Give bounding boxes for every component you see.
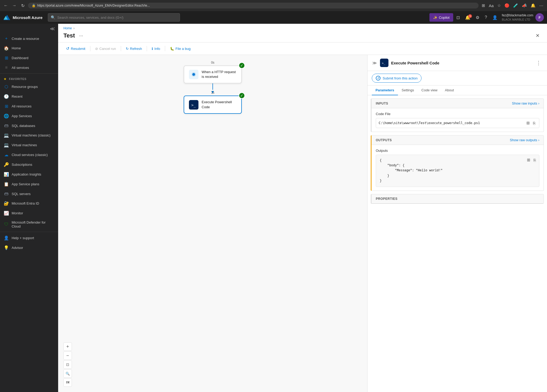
sidebar-item-help[interactable]: 👤 Help + support <box>0 233 58 243</box>
recent-label: Recent <box>12 95 22 98</box>
browser-icon-2[interactable]: Aa <box>488 3 495 8</box>
panel-more-button[interactable]: ⋮ <box>534 59 543 67</box>
browser-icon-4[interactable]: 🔴 <box>503 3 511 8</box>
code-line-2: "body": { <box>380 163 535 168</box>
copilot-button[interactable]: ✨ Copilot <box>429 13 453 22</box>
sidebar-item-cloud-services[interactable]: ☁ Cloud services (classic) <box>0 150 58 160</box>
sidebar-item-defender[interactable]: 🛡 Microsoft Defender for Cloud <box>0 218 58 231</box>
show-raw-outputs-button[interactable]: Show raw outputs › <box>510 138 539 142</box>
refresh-button[interactable]: ↻ <box>20 3 26 8</box>
page-menu-button[interactable]: ··· <box>78 32 85 39</box>
canvas-controls: + − ⊡ 🔍 🗺 <box>63 342 72 387</box>
settings-button[interactable]: ⚙ <box>474 14 481 21</box>
canvas-area[interactable]: 0s When a HTTP request is received <box>58 55 367 392</box>
outputs-code-block: ⊞ ⎘ { "body": { "Message": "Hello world!… <box>376 155 539 187</box>
copy-button-1[interactable]: ⎘ <box>532 120 536 126</box>
zoom-in-button[interactable]: + <box>63 342 72 351</box>
table-view-button[interactable]: ⊞ <box>525 120 531 126</box>
sidebar-item-advisor[interactable]: 💡 Advisor <box>0 243 58 253</box>
sidebar-item-vms-classic[interactable]: 💻 Virtual machines (classic) <box>0 130 58 140</box>
tab-parameters[interactable]: Parameters <box>372 86 398 95</box>
cancel-run-button[interactable]: ⊘ Cancel run <box>92 45 119 52</box>
sidebar-item-home[interactable]: 🏠 Home <box>0 43 58 53</box>
sidebar-item-dashboard[interactable]: ⊞ Dashboard <box>0 53 58 63</box>
forward-button[interactable]: → <box>11 3 17 8</box>
create-icon: + <box>4 36 9 41</box>
browser-icon-6[interactable]: 📣 <box>521 3 528 8</box>
code-line-3: "Message": "Hello world!" <box>380 168 535 173</box>
sidebar-item-recent[interactable]: 🕐 Recent <box>0 92 58 101</box>
sidebar-item-subscriptions[interactable]: 🔑 Subscriptions <box>0 160 58 169</box>
breadcrumb: Home › <box>63 26 542 30</box>
subscriptions-label: Subscriptions <box>12 163 32 167</box>
user-info[interactable]: fez@blackmarble.com BLACK MARBLE LTD F <box>502 13 544 22</box>
show-raw-inputs-button[interactable]: Show raw inputs › <box>512 101 539 105</box>
browser-icon-3[interactable]: ☆ <box>496 3 502 8</box>
help-button[interactable]: ? <box>483 14 489 21</box>
browser-icon-8[interactable]: ⋯ <box>538 3 544 8</box>
sidebar-item-sql-servers[interactable]: 🗃 SQL servers <box>0 189 58 199</box>
vms-classic-icon: 💻 <box>4 133 9 138</box>
info-label: Info <box>154 47 160 51</box>
sidebar-item-application-insights[interactable]: 📊 Application Insights <box>0 169 58 179</box>
address-bar[interactable]: 🔒 https://portal.azure.com/#view/Microso… <box>28 3 479 8</box>
browser-icon-5[interactable]: 🧪 <box>512 3 519 8</box>
sidebar-item-all-resources[interactable]: ⊞ All resources <box>0 101 58 111</box>
home-label: Home <box>12 46 21 50</box>
sidebar-item-vms[interactable]: 💻 Virtual machines <box>0 140 58 150</box>
sidebar-item-app-service-plans[interactable]: 📋 App Service plans <box>0 179 58 189</box>
panel-expand-button[interactable]: ≫ <box>372 60 377 66</box>
resubmit-button[interactable]: ↺ Resubmit <box>63 45 88 53</box>
resubmit-label: Resubmit <box>71 47 85 51</box>
browser-icon-1[interactable]: ⊞ <box>481 3 486 8</box>
tab-settings[interactable]: Settings <box>398 86 418 95</box>
search-input[interactable] <box>57 16 177 20</box>
file-bug-icon: 🐛 <box>170 47 174 51</box>
notification-button[interactable]: 🔔 5 <box>463 14 472 21</box>
user-text: fez@blackmarble.com BLACK MARBLE LTD <box>502 13 533 21</box>
map-button[interactable]: 🗺 <box>63 378 72 387</box>
connector-line-1 <box>212 83 213 90</box>
sidebar-item-entra[interactable]: 🔐 Microsoft Entra ID <box>0 199 58 208</box>
cloud-services-icon: ☁ <box>4 152 9 157</box>
inputs-body: Code File C:\home\site\wwwroot\Test\exec… <box>372 108 544 132</box>
info-button[interactable]: ℹ Info <box>149 45 163 52</box>
sidebar-item-sql-databases[interactable]: 🗃 SQL databases <box>0 121 58 130</box>
node-card-execute-ps[interactable]: >_ Execute Powershell Code <box>184 96 242 114</box>
sidebar-item-create[interactable]: + Create a resource <box>0 34 58 43</box>
subscriptions-icon: 🔑 <box>4 162 9 167</box>
browser-icon-7[interactable]: 🔔 <box>530 3 537 8</box>
file-bug-button[interactable]: 🐛 File a bug <box>167 45 193 52</box>
sidebar-toggle[interactable]: ≪ <box>0 24 58 34</box>
back-button[interactable]: ← <box>3 3 9 8</box>
copy-button-2[interactable]: ⎘ <box>532 157 537 163</box>
tab-code-view[interactable]: Code view <box>418 86 441 95</box>
sidebar-divider-2 <box>0 232 58 232</box>
panel-header: ≫ >_ Execute Powershell Code ⋮ <box>368 55 547 71</box>
breadcrumb-home[interactable]: Home <box>63 26 72 30</box>
close-button[interactable]: ✕ <box>534 32 542 40</box>
page-title-row: Test ··· ✕ <box>63 32 542 40</box>
feedback-button[interactable]: 👤 <box>490 14 500 21</box>
zoom-out-button[interactable]: − <box>63 351 72 360</box>
file-bug-label: File a bug <box>175 47 191 51</box>
app-service-plans-icon: 📋 <box>4 182 9 187</box>
sidebar-item-resource-groups[interactable]: ⬡ Resource groups <box>0 82 58 92</box>
sidebar-item-app-services[interactable]: 🌐 App Services <box>0 111 58 121</box>
search-bar[interactable]: 🔍 <box>48 13 180 22</box>
code-line-4: } <box>380 173 535 178</box>
search-button[interactable]: 🔍 <box>63 369 72 378</box>
submit-from-action-button[interactable]: ↺ Submit from this action <box>372 74 421 83</box>
sidebar-item-monitor[interactable]: 📈 Monitor <box>0 208 58 218</box>
show-raw-outputs-chevron: › <box>538 138 539 142</box>
panel-content[interactable]: INPUTS Show raw inputs › Code File C:\ho… <box>368 95 547 392</box>
refresh-button[interactable]: ↻ Refresh <box>123 45 145 52</box>
fit-button[interactable]: ⊡ <box>63 360 72 369</box>
brand-name: Microsoft Azure <box>13 15 43 20</box>
terminal-button[interactable]: ⊡ <box>454 14 462 21</box>
sidebar-item-all-services[interactable]: ≡ All services <box>0 63 58 72</box>
node-card-http-trigger[interactable]: When a HTTP request is received <box>184 65 242 83</box>
user-avatar[interactable]: F <box>535 13 544 22</box>
table-view-button-2[interactable]: ⊞ <box>526 157 531 163</box>
tab-about[interactable]: About <box>441 86 458 95</box>
